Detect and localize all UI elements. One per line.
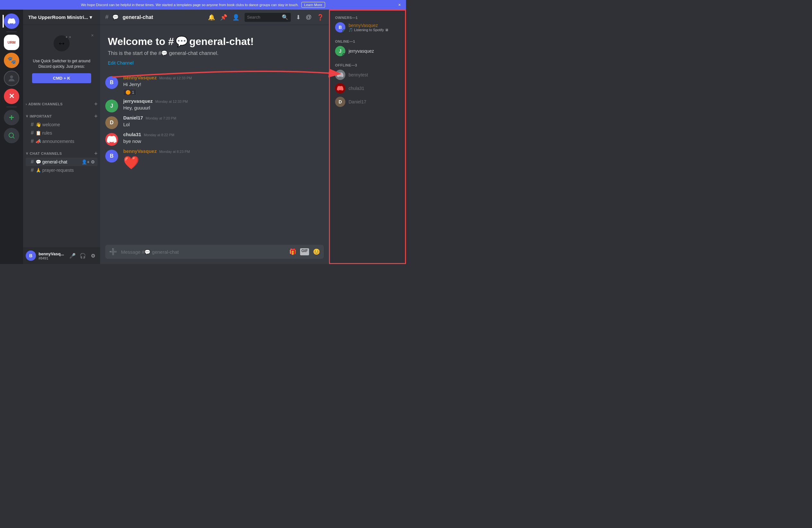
table-row: J jerryvasquez Monday at 12:33 PM Hey, g… <box>100 97 329 114</box>
hash-icon-welcome: # <box>31 122 34 128</box>
server-header[interactable]: The UpperRoom Ministri... ▾ <box>23 10 100 25</box>
at-icon[interactable]: @ <box>306 14 311 20</box>
members-section-owners: OWNERS—1 <box>333 16 403 21</box>
message-content: bennyVasquez Monday at 8:23 PM ❤️ <box>123 148 324 170</box>
avatar: J <box>105 100 118 112</box>
channel-emoji-header: 💬 <box>112 14 119 20</box>
channel-general-chat[interactable]: # 💬 general-chat 👤+ ⚙ <box>26 158 98 166</box>
learn-more-button[interactable]: Learn More <box>301 2 325 8</box>
channel-hash-header: # <box>105 14 108 20</box>
server-name: The UpperRoom Ministri... <box>28 14 88 20</box>
list-item[interactable]: D Daniel17 <box>333 95 403 108</box>
welcome-subtitle: This is the start of the #💬 general-chat… <box>108 50 306 56</box>
table-row: chula31 Monday at 8:22 PM bye now <box>100 130 329 147</box>
server-dark[interactable] <box>4 71 19 86</box>
message-text: Lol <box>123 121 324 128</box>
search-icon: 🔍 <box>282 14 288 20</box>
category-important-label[interactable]: ∨ IMPORTANT <box>26 114 52 118</box>
server-redx[interactable]: ✕ <box>4 89 19 104</box>
user-area: B bennyVasq... #8491 🎤 🎧 ⚙ <box>23 247 100 264</box>
table-row: D Daniel17 Monday at 7:20 PM Lol <box>100 114 329 130</box>
member-info: chula31 <box>349 86 400 91</box>
avatar: J <box>335 46 345 56</box>
server-paw[interactable]: 🐾 <box>4 53 19 68</box>
message-content: chula31 Monday at 8:22 PM bye now <box>123 132 324 146</box>
member-info: jerryvasquez <box>349 48 400 54</box>
list-item[interactable]: bennytest <box>333 68 403 81</box>
user-settings-icon[interactable]: ⚙ <box>89 251 98 260</box>
channel-rules-label: 📋 rules <box>35 130 52 135</box>
channel-rules[interactable]: # 📋 rules <box>26 129 98 137</box>
category-admin-add[interactable]: + <box>94 101 98 107</box>
online-status-indicator <box>343 30 345 32</box>
category-chat-label[interactable]: ∨ CHAT CHANNELS <box>26 151 62 155</box>
message-author[interactable]: bennyVasquez <box>123 75 157 80</box>
list-item[interactable]: chula31 <box>333 82 403 95</box>
category-important-add[interactable]: + <box>94 113 98 119</box>
message-timestamp: Monday at 12:33 PM <box>159 76 192 80</box>
notifications-icon[interactable]: 🔔 <box>208 14 215 21</box>
message-header: bennyVasquez Monday at 8:23 PM <box>123 148 324 154</box>
quick-switcher-shortcut-button[interactable]: CMD + K <box>32 73 91 83</box>
message-text: bye now <box>123 138 324 144</box>
message-author[interactable]: chula31 <box>123 132 141 137</box>
edit-channel-link[interactable]: Edit Channel <box>108 60 133 66</box>
message-author[interactable]: Daniel17 <box>123 115 143 120</box>
reaction-emoji: 🟠 <box>126 90 131 95</box>
channel-prayer-requests[interactable]: # 🙏 prayer-requests <box>26 166 98 174</box>
server-add[interactable]: + <box>4 110 19 125</box>
message-reaction[interactable]: 🟠 1 <box>123 89 136 96</box>
banner-close-button[interactable]: × <box>398 2 401 8</box>
quick-switcher-close[interactable]: × <box>91 33 94 38</box>
chat-header-icons: 🔔 📌 👤 Search 🔍 ⬇ @ ❓ <box>208 13 324 22</box>
channel-welcome-label: 👋 welcome <box>35 122 60 127</box>
category-admin-label[interactable]: › ADMIN CHANNELS <box>26 102 62 106</box>
user-name: bennyVasq... <box>39 252 66 256</box>
member-name: Daniel17 <box>349 99 400 104</box>
svg-point-0 <box>10 75 13 79</box>
list-item[interactable]: B bennyVasquez 🎵 Listening to Spotify 🖥 <box>333 21 403 34</box>
microphone-icon[interactable]: 🎤 <box>68 251 77 260</box>
server-urm[interactable]: URM <box>4 35 19 50</box>
search-bar[interactable]: Search 🔍 <box>245 13 291 22</box>
server-discord-home[interactable] <box>4 14 19 29</box>
message-header: bennyVasquez Monday at 12:33 PM <box>123 75 324 80</box>
message-input-box: ➕ 🎁 GIF 😊 <box>105 245 324 259</box>
channel-welcome[interactable]: # 👋 welcome <box>26 120 98 129</box>
members-section-online: ONLINE—1 <box>333 34 403 45</box>
message-content: Daniel17 Monday at 7:20 PM Lol <box>123 115 324 129</box>
add-file-icon[interactable]: ➕ <box>109 248 117 256</box>
message-author[interactable]: bennyVasquez <box>123 148 157 154</box>
settings-icon[interactable]: ⚙ <box>91 159 95 165</box>
list-item[interactable]: J jerryvasquez <box>333 45 403 57</box>
chat-messages: Welcome to # 💬 general-chat! This is the… <box>100 25 329 245</box>
svg-line-2 <box>13 137 15 139</box>
message-author[interactable]: jerryvasquez <box>123 98 153 104</box>
headphones-icon[interactable]: 🎧 <box>78 251 87 260</box>
member-info: Daniel17 <box>349 99 400 104</box>
channel-announcements[interactable]: # 📣 announcements <box>26 137 98 145</box>
dropdown-icon: ▾ <box>89 14 92 20</box>
member-name: bennytest <box>349 72 400 77</box>
avatar: D <box>335 97 345 107</box>
members-icon[interactable]: 👤 <box>232 14 240 21</box>
gif-icon[interactable]: GIF <box>300 248 309 255</box>
avatar: B <box>335 22 345 32</box>
server-divider-2 <box>6 106 17 107</box>
notification-banner: We hope Discord can be helpful in these … <box>0 0 406 10</box>
category-chat-add[interactable]: + <box>94 151 98 156</box>
spotify-icon: 🎵 <box>349 28 353 32</box>
search-placeholder: Search <box>247 15 280 19</box>
add-member-icon[interactable]: 👤+ <box>82 159 89 165</box>
message-input[interactable] <box>121 249 285 255</box>
server-explore[interactable] <box>4 128 19 143</box>
emoji-icon[interactable]: 😊 <box>313 248 320 255</box>
help-icon[interactable]: ❓ <box>317 14 324 21</box>
gift-icon[interactable]: 🎁 <box>289 248 296 255</box>
message-timestamp: Monday at 7:20 PM <box>146 116 176 120</box>
pin-icon[interactable]: 📌 <box>220 14 227 21</box>
quick-switcher-popup: × ↔ ✦ ✦ Use Quick Switcher to get around… <box>27 30 96 88</box>
banner-message: We hope Discord can be helpful in these … <box>81 3 299 7</box>
avatar: D <box>105 116 118 129</box>
download-icon[interactable]: ⬇ <box>296 14 301 21</box>
